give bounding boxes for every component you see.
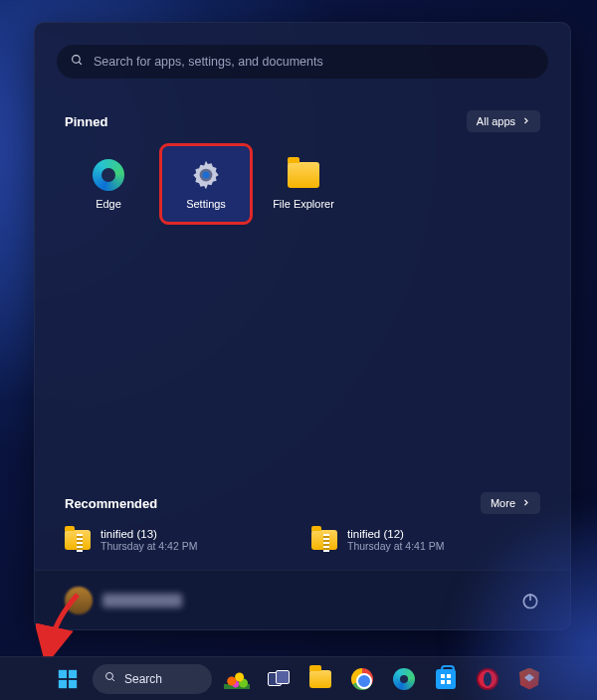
svg-rect-8 [69,669,77,677]
taskbar-chrome[interactable] [345,662,379,696]
username [102,594,182,608]
pinned-app-file-explorer[interactable]: File Explorer [260,146,347,222]
start-button[interactable] [51,662,85,696]
pinned-section: Pinned All apps Edge Settings Fi [35,79,570,222]
svg-rect-9 [59,679,67,687]
all-apps-button[interactable]: All apps [467,110,540,132]
start-search-bar[interactable]: Search for apps, settings, and documents [57,45,548,79]
folder-icon [287,158,320,192]
search-placeholder: Search for apps, settings, and documents [94,55,323,69]
taskbar-file-explorer[interactable] [303,662,337,696]
taskbar-taskview[interactable] [262,662,296,696]
power-button[interactable] [520,591,540,611]
search-icon [71,54,84,70]
chevron-right-icon [521,497,530,509]
taskbar: Search [0,656,597,700]
edge-icon [393,668,415,690]
store-icon [436,669,456,689]
svg-point-4 [202,171,209,178]
zip-folder-icon [311,530,337,550]
pinned-app-settings[interactable]: Settings [162,146,250,222]
brave-icon [519,668,539,690]
user-account-button[interactable] [65,587,182,614]
svg-line-1 [79,62,82,65]
recommended-title: Recommended [65,496,157,511]
start-footer [35,570,570,629]
chevron-right-icon [521,115,530,127]
recommended-item[interactable]: tinified (12) Thursday at 4:41 PM [311,528,540,552]
widgets-icon [224,669,250,689]
gear-icon [189,158,223,192]
avatar [65,587,93,614]
svg-point-11 [106,673,113,680]
pinned-title: Pinned [65,114,107,129]
taskbar-edge[interactable] [387,662,421,696]
pinned-app-edge[interactable]: Edge [65,146,152,222]
windows-icon [57,668,79,690]
svg-line-12 [112,679,115,682]
taskview-icon [268,670,290,688]
taskbar-widgets[interactable] [220,662,254,696]
svg-rect-7 [59,669,67,677]
start-menu-panel: Search for apps, settings, and documents… [34,22,571,630]
taskbar-search[interactable]: Search [93,664,212,694]
pinned-grid: Edge Settings File Explorer [65,146,540,222]
recommended-item[interactable]: tinified (13) Thursday at 4:42 PM [65,528,294,552]
opera-icon [477,668,498,690]
search-icon [104,671,116,686]
folder-icon [309,670,331,688]
more-button[interactable]: More [481,492,540,514]
taskbar-store[interactable] [429,662,463,696]
recommended-section: Recommended More tinified (13) Thursday … [35,460,570,552]
zip-folder-icon [65,530,91,550]
taskbar-brave[interactable] [512,662,546,696]
svg-point-5 [523,595,536,608]
edge-icon [92,158,125,192]
svg-rect-10 [69,679,77,687]
svg-point-0 [73,56,81,64]
chrome-icon [351,668,373,690]
taskbar-opera[interactable] [471,662,504,696]
